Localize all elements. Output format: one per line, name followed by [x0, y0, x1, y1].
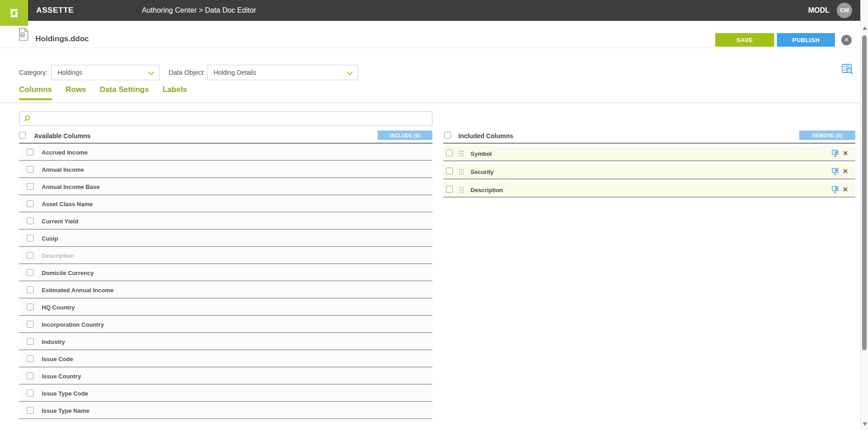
available-row-annual-income: Annual Income [19, 161, 432, 178]
drag-handle-icon[interactable] [459, 169, 464, 177]
row-checkbox[interactable] [27, 149, 34, 155]
row-checkbox[interactable] [27, 217, 34, 224]
row-checkbox[interactable] [27, 407, 34, 414]
scroll-up-icon[interactable] [863, 26, 867, 30]
column-label: Security [470, 169, 494, 175]
data-object-select[interactable]: Holding Details [207, 65, 358, 80]
scroll-down-icon[interactable] [863, 422, 867, 426]
available-row-issue-type-code: Issue Type Code [19, 385, 432, 402]
row-checkbox[interactable] [27, 390, 34, 396]
column-label: Issue Country [42, 373, 81, 380]
save-button[interactable]: SAVE [715, 33, 774, 47]
row-checkbox[interactable] [27, 252, 34, 259]
row-checkbox[interactable] [446, 150, 453, 156]
row-checkbox[interactable] [27, 304, 34, 310]
panel-underline [443, 143, 855, 144]
available-columns-panel: Available Columns INCLUDE (0) Accrued In… [19, 130, 432, 419]
available-row-domicile-currency: Domicile Currency [19, 264, 432, 281]
column-label: Annual Income [42, 166, 84, 173]
select-all-available-checkbox[interactable] [19, 132, 26, 139]
included-row-symbol: Symbol✕ [443, 146, 855, 161]
column-label: Cusip [42, 235, 58, 242]
included-row-security: Security✕ [443, 164, 855, 179]
close-icon[interactable]: ✕ [841, 35, 852, 45]
remove-column-icon[interactable]: ✕ [843, 168, 848, 175]
tab-columns[interactable]: Columns [19, 85, 52, 100]
available-row-hq-country: HQ Country [19, 299, 432, 316]
select-all-included-checkbox[interactable] [444, 132, 451, 139]
row-checkbox[interactable] [27, 286, 34, 293]
available-row-annual-income-base: Annual Income Base [19, 178, 432, 195]
chevron-down-icon [346, 71, 353, 76]
vertical-scrollbar[interactable] [860, 0, 868, 430]
breadcrumb: Authoring Center > Data Doc Editor [142, 0, 256, 21]
remove-button[interactable]: REMOVE (0) [799, 130, 855, 140]
column-label: Description [470, 187, 503, 193]
available-row-issue-country: Issue Country [19, 367, 432, 385]
column-label: Estimated Annual Income [42, 287, 113, 294]
tabs-divider [0, 102, 860, 103]
column-label: Industry [42, 338, 65, 345]
row-checkbox[interactable] [27, 269, 34, 276]
category-label: Category: [19, 69, 48, 76]
available-row-industry: Industry [19, 333, 432, 350]
column-label: Issue Type Name [42, 407, 89, 414]
column-label: Issue Type Code [42, 390, 88, 397]
column-label: Annual Income Base [42, 184, 100, 190]
included-row-description: Description✕ [443, 182, 855, 198]
category-select[interactable]: Holdings [51, 65, 160, 80]
row-checkbox[interactable] [27, 183, 34, 190]
row-checkbox[interactable] [27, 321, 34, 328]
available-row-description: Description [19, 247, 432, 264]
user-avatar[interactable]: CM [837, 3, 852, 18]
column-label: Asset Class Name [42, 201, 93, 208]
chevron-down-icon [148, 71, 155, 76]
publish-button[interactable]: PUBLISH [777, 33, 835, 47]
top-bar: ASSETTE Authoring Center > Data Doc Edit… [0, 0, 860, 21]
tab-labels[interactable]: Labels [163, 85, 187, 98]
included-columns-title: Included Columns [458, 132, 513, 140]
document-header: Holdings.ddoc SAVE PUBLISH ✕ [0, 21, 860, 48]
data-object-value: Holding Details [213, 69, 256, 76]
tab-data-settings[interactable]: Data Settings [100, 85, 149, 98]
row-checkbox[interactable] [27, 200, 34, 207]
remove-column-icon[interactable]: ✕ [843, 186, 848, 193]
drag-handle-icon[interactable] [459, 150, 464, 159]
preview-data-icon[interactable] [841, 63, 854, 77]
column-preview-icon[interactable] [832, 168, 839, 177]
column-preview-icon[interactable] [832, 150, 839, 159]
data-doc-icon [18, 28, 29, 43]
available-row-issue-code: Issue Code [19, 350, 432, 367]
data-object-label: Data Object: [169, 69, 205, 76]
column-label: Domicile Currency [42, 270, 94, 276]
category-value: Holdings [58, 69, 82, 76]
row-checkbox[interactable] [446, 168, 453, 174]
included-columns-list: Symbol✕Security✕Description✕ [443, 146, 855, 198]
available-row-estimated-annual-income: Estimated Annual Income [19, 281, 432, 299]
row-checkbox[interactable] [27, 166, 34, 173]
document-title: Holdings.ddoc [35, 34, 89, 43]
available-columns-title: Available Columns [34, 132, 91, 140]
included-columns-panel: Included Columns REMOVE (0) Symbol✕Secur… [443, 130, 855, 200]
search-input[interactable] [34, 112, 432, 125]
column-label: Incorporation Country [42, 321, 104, 328]
column-label: Symbol [470, 150, 492, 157]
available-row-issue-type-name: Issue Type Name [19, 402, 432, 419]
remove-column-icon[interactable]: ✕ [843, 150, 848, 157]
include-button[interactable]: INCLUDE (0) [378, 130, 432, 140]
row-checkbox[interactable] [27, 338, 34, 345]
drag-handle-icon[interactable] [459, 187, 464, 195]
column-label: Issue Code [42, 356, 73, 362]
column-preview-icon[interactable] [832, 186, 839, 195]
row-checkbox[interactable] [446, 186, 453, 193]
available-columns-list: Accrued IncomeAnnual IncomeAnnual Income… [19, 144, 432, 419]
row-checkbox[interactable] [27, 235, 34, 242]
row-checkbox[interactable] [27, 372, 34, 379]
tabs-bar: ColumnsRowsData SettingsLabels [19, 85, 201, 100]
tab-rows[interactable]: Rows [66, 85, 86, 98]
assette-logo-icon[interactable] [0, 0, 28, 26]
row-checkbox[interactable] [27, 355, 34, 362]
available-row-cusip: Cusip [19, 230, 432, 247]
scrollbar-thumb[interactable] [862, 35, 867, 350]
available-row-accrued-income: Accrued Income [19, 144, 432, 161]
